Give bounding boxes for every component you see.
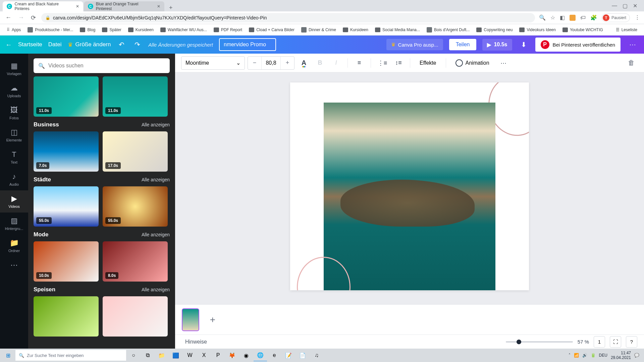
video-thumb[interactable]: 7.0s [34, 131, 99, 172]
download-icon[interactable]: ⬇ [518, 38, 529, 51]
video-thumb[interactable] [34, 296, 99, 337]
design-canvas[interactable] [290, 82, 529, 290]
text-color-button[interactable]: A [297, 56, 311, 70]
notifications-icon[interactable]: 💬 [634, 353, 639, 358]
bookmark-item[interactable]: Kursideen [340, 26, 371, 34]
more-icon[interactable]: ⋯ [627, 38, 639, 51]
rail-videos[interactable]: ▶Videos [0, 190, 28, 213]
video-thumb[interactable]: 55.0s [103, 186, 168, 227]
bookmark-item[interactable]: PDF Report [211, 26, 245, 34]
bookmark-item[interactable]: Videokurs Ideen [517, 26, 558, 34]
align-button[interactable]: ≡ [353, 56, 366, 70]
back-icon[interactable]: ← [4, 13, 13, 22]
rail-photos[interactable]: 🖼Fotos [0, 102, 28, 124]
close-icon[interactable]: ✕ [76, 4, 79, 9]
redo-icon[interactable]: ↷ [132, 41, 142, 49]
canvas-image[interactable] [324, 103, 495, 290]
reload-icon[interactable]: ⟳ [30, 13, 37, 23]
obs-icon[interactable]: ◉ [239, 349, 253, 361]
canva-pro-button[interactable]: ♛ Canva Pro ausp... [386, 39, 443, 50]
apps-button[interactable]: ⠿Apps [4, 26, 23, 34]
video-thumb[interactable]: 11.0s [103, 76, 168, 117]
powerpoint-icon[interactable]: P [211, 349, 225, 361]
maximize-icon[interactable]: ▢ [623, 3, 628, 9]
bookmark-item[interactable]: Dinner & Crime [299, 26, 339, 34]
bookmark-item[interactable]: Bois d'Argent Duft... [424, 26, 472, 34]
decrease-size-button[interactable]: − [248, 57, 261, 69]
notepad-icon[interactable]: 📝 [282, 349, 295, 361]
video-thumb[interactable] [103, 296, 168, 337]
close-icon[interactable]: ✕ [157, 4, 160, 9]
video-thumb[interactable]: 8.0s [103, 241, 168, 282]
chrome-icon[interactable]: 🌐 [254, 349, 267, 361]
video-thumb[interactable]: 55.0s [34, 186, 99, 227]
rail-templates[interactable]: ▦Vorlagen [0, 58, 28, 80]
spotify-icon[interactable]: ♫ [310, 349, 323, 361]
word-icon[interactable]: W [183, 349, 197, 361]
bookmark-item[interactable]: Blog [77, 26, 98, 34]
fullscreen-icon[interactable]: ⛶ [610, 336, 621, 348]
font-selector[interactable]: Moontime ⌄ [181, 56, 245, 70]
file-menu[interactable]: Datei [48, 41, 62, 48]
forward-icon[interactable]: → [17, 13, 25, 22]
windows-search[interactable]: 🔍 Zur Suche Text hier eingeben [15, 350, 126, 361]
undo-icon[interactable]: ↶ [117, 41, 126, 49]
extension-icon[interactable] [570, 15, 576, 21]
share-button[interactable]: Teilen [449, 39, 477, 50]
menu-icon[interactable]: ⋮ [635, 14, 640, 21]
list-button[interactable]: ⋮≡ [376, 56, 389, 70]
font-size-input[interactable]: 80,8 [261, 57, 281, 69]
zoom-icon[interactable]: 🔍 [539, 14, 546, 21]
firefox-icon[interactable]: 🦊 [225, 349, 239, 361]
bookmark-item[interactable]: Youtube WICHTIG [560, 26, 606, 34]
bookmark-item[interactable]: Wahlfächer WU Aus... [158, 26, 210, 34]
play-button[interactable]: ▶ 10.5s [482, 39, 512, 51]
see-all-link[interactable]: Alle anzeigen [142, 232, 170, 237]
rail-folders[interactable]: 📁Ordner [0, 235, 28, 257]
profile-button[interactable]: T Pausiert [602, 13, 630, 22]
start-button[interactable]: ⊞ [1, 349, 15, 361]
rail-audio[interactable]: ♪Audio [0, 168, 28, 190]
battery-icon[interactable]: 🔋 [591, 353, 596, 358]
tray-chevron-icon[interactable]: ˄ [569, 353, 571, 358]
page-thumbnail[interactable] [182, 308, 199, 331]
resize-button[interactable]: ♛ Größe ändern [68, 41, 111, 48]
browser-tab-inactive[interactable]: C Blue and Orange Travel Pinterest ✕ [84, 1, 164, 11]
extension-icon[interactable]: 🏷 [580, 15, 586, 21]
design-title-input[interactable] [219, 38, 276, 51]
language-indicator[interactable]: DEU [599, 353, 607, 358]
excel-icon[interactable]: X [197, 349, 211, 361]
star-icon[interactable]: ☆ [550, 14, 555, 21]
effects-button[interactable]: Effekte [415, 60, 441, 66]
more-options-icon[interactable]: ⋯ [497, 56, 510, 70]
explorer-icon[interactable]: 📁 [155, 349, 168, 361]
increase-size-button[interactable]: + [281, 57, 294, 69]
video-thumb[interactable]: 10.0s [34, 241, 99, 282]
zoom-slider[interactable] [506, 341, 573, 343]
bold-button[interactable]: B [313, 56, 327, 70]
close-window-icon[interactable]: ✕ [633, 3, 637, 9]
wifi-icon[interactable]: 📶 [574, 353, 579, 358]
see-all-link[interactable]: Alle anzeigen [142, 177, 170, 182]
italic-button[interactable]: I [329, 56, 343, 70]
app-icon[interactable]: 🟦 [169, 349, 182, 361]
bookmark-item[interactable]: Produktsuche - Mer... [25, 26, 76, 34]
home-back-icon[interactable]: ← [5, 41, 12, 49]
bookmark-item[interactable]: Kursideen [125, 26, 156, 34]
page-count-button[interactable]: 1 [594, 336, 605, 348]
pinterest-publish-button[interactable]: P Bei Pinterest veröffentlichen [535, 38, 621, 52]
volume-icon[interactable]: 🔊 [582, 353, 587, 358]
add-page-button[interactable]: + [204, 308, 221, 331]
app-icon[interactable]: 📄 [296, 349, 309, 361]
clock[interactable]: 11:47 29.04.2021 [611, 351, 631, 360]
minimize-icon[interactable]: ― [612, 3, 617, 9]
extensions-icon[interactable]: 🧩 [590, 14, 597, 21]
edge-icon[interactable]: e [268, 349, 281, 361]
task-view-icon[interactable]: ⧉ [141, 349, 154, 361]
animation-button[interactable]: Animation [451, 59, 494, 67]
help-icon[interactable]: ? [626, 336, 637, 348]
new-tab-button[interactable]: + [165, 4, 177, 11]
video-thumb[interactable]: 17.0s [103, 131, 168, 172]
search-input[interactable] [48, 63, 165, 69]
video-search[interactable]: 🔍 [34, 58, 170, 73]
